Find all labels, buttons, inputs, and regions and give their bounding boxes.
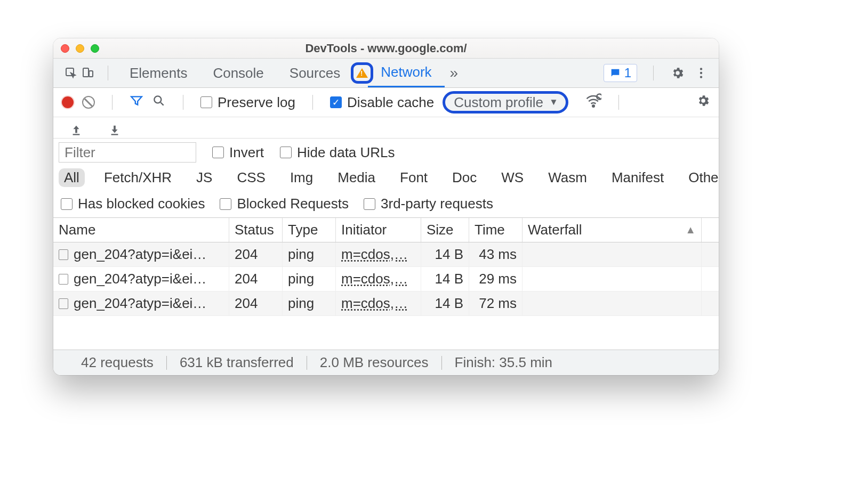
panel-settings-icon[interactable] bbox=[696, 94, 710, 111]
tab-network[interactable]: Network bbox=[368, 59, 444, 87]
preserve-log-option[interactable]: Preserve log bbox=[200, 94, 295, 111]
invert-option[interactable]: Invert bbox=[212, 144, 264, 161]
initiator-link[interactable]: m=cdos,… bbox=[341, 271, 408, 287]
warning-indicator-icon[interactable] bbox=[351, 62, 373, 84]
filter-toggle-icon[interactable] bbox=[130, 94, 143, 111]
issues-icon bbox=[609, 67, 621, 79]
sort-indicator-icon: ▲ bbox=[685, 224, 696, 236]
filter-bar: Invert Hide data URLs bbox=[53, 139, 719, 166]
device-toolbar-icon[interactable] bbox=[80, 65, 96, 81]
issues-chip[interactable]: 1 bbox=[604, 64, 637, 82]
table-row[interactable]: gen_204?atyp=i&ei… 204 ping m=cdos,… 14 … bbox=[53, 267, 719, 291]
clear-button[interactable] bbox=[82, 96, 95, 109]
svg-point-6 bbox=[154, 96, 161, 103]
preserve-log-checkbox[interactable] bbox=[200, 96, 212, 108]
waterfall-cell bbox=[523, 291, 702, 315]
col-time[interactable]: Time bbox=[469, 218, 523, 242]
more-tabs-button[interactable]: » bbox=[445, 59, 464, 87]
col-waterfall[interactable]: Waterfall▲ bbox=[523, 218, 702, 242]
maximize-window-button[interactable] bbox=[91, 44, 99, 53]
devtools-window: DevTools - www.google.com/ Elements Cons… bbox=[53, 38, 719, 375]
file-icon bbox=[59, 298, 68, 309]
divider bbox=[312, 95, 313, 110]
svg-rect-9 bbox=[73, 134, 80, 135]
type-img[interactable]: Img bbox=[285, 168, 318, 187]
disable-cache-option[interactable]: ✓ Disable cache bbox=[330, 94, 434, 111]
type-font[interactable]: Font bbox=[395, 168, 433, 187]
table-row[interactable]: gen_204?atyp=i&ei… 204 ping m=cdos,… 14 … bbox=[53, 242, 719, 267]
col-type[interactable]: Type bbox=[283, 218, 336, 242]
table-row[interactable]: gen_204?atyp=i&ei… 204 ping m=cdos,… 14 … bbox=[53, 291, 719, 316]
initiator-link[interactable]: m=cdos,… bbox=[341, 246, 408, 263]
col-status[interactable]: Status bbox=[229, 218, 283, 242]
issues-count: 1 bbox=[624, 66, 631, 80]
settings-icon[interactable] bbox=[670, 65, 686, 81]
record-button[interactable] bbox=[62, 96, 74, 108]
panel-tabstrip: Elements Console Sources Network » 1 bbox=[53, 59, 719, 88]
file-icon bbox=[59, 274, 68, 285]
hide-data-urls-option[interactable]: Hide data URLs bbox=[280, 144, 395, 161]
close-window-button[interactable] bbox=[61, 44, 69, 53]
svg-point-4 bbox=[700, 72, 702, 74]
window-controls bbox=[61, 44, 99, 53]
waterfall-cell bbox=[523, 267, 702, 291]
requests-table: Name Status Type Initiator Size Time Wat… bbox=[53, 218, 719, 350]
disable-cache-checkbox[interactable]: ✓ bbox=[330, 96, 342, 108]
type-ws[interactable]: WS bbox=[496, 168, 529, 187]
type-media[interactable]: Media bbox=[332, 168, 381, 187]
type-fetch-xhr[interactable]: Fetch/XHR bbox=[99, 168, 177, 187]
resource-type-filter: All Fetch/XHR JS CSS Img Media Font Doc … bbox=[53, 166, 719, 191]
table-body[interactable]: gen_204?atyp=i&ei… 204 ping m=cdos,… 14 … bbox=[53, 242, 719, 350]
har-toolbar bbox=[53, 117, 719, 139]
blocked-cookies-option[interactable]: Has blocked cookies bbox=[61, 196, 205, 212]
import-har-icon[interactable] bbox=[105, 116, 125, 140]
file-icon bbox=[59, 249, 68, 260]
divider bbox=[653, 66, 654, 80]
kebab-menu-icon[interactable] bbox=[693, 65, 709, 81]
svg-rect-1 bbox=[83, 68, 89, 77]
col-size[interactable]: Size bbox=[421, 218, 469, 242]
tab-console[interactable]: Console bbox=[200, 59, 276, 87]
status-resources: 2.0 MB resources bbox=[307, 354, 441, 371]
col-initiator[interactable]: Initiator bbox=[336, 218, 421, 242]
filter-input[interactable] bbox=[59, 142, 196, 163]
status-bar: 42 requests 631 kB transferred 2.0 MB re… bbox=[53, 350, 719, 375]
minimize-window-button[interactable] bbox=[76, 44, 84, 53]
status-transferred: 631 kB transferred bbox=[167, 354, 307, 371]
tab-elements[interactable]: Elements bbox=[117, 59, 200, 87]
tab-sources[interactable]: Sources bbox=[277, 59, 353, 87]
divider bbox=[618, 95, 619, 110]
disable-cache-label: Disable cache bbox=[347, 94, 434, 111]
status-finish: Finish: 35.5 min bbox=[442, 354, 566, 371]
network-toolbar: Preserve log ✓ Disable cache Custom prof… bbox=[53, 88, 719, 117]
svg-rect-2 bbox=[89, 71, 93, 77]
initiator-link[interactable]: m=cdos,… bbox=[341, 295, 408, 312]
type-doc[interactable]: Doc bbox=[447, 168, 482, 187]
blocked-requests-option[interactable]: Blocked Requests bbox=[220, 196, 349, 212]
type-css[interactable]: CSS bbox=[231, 168, 270, 187]
search-icon[interactable] bbox=[152, 94, 166, 111]
chevron-down-icon: ▼ bbox=[549, 97, 558, 108]
status-requests: 42 requests bbox=[68, 354, 166, 371]
preserve-log-label: Preserve log bbox=[218, 94, 295, 111]
type-manifest[interactable]: Manifest bbox=[606, 168, 669, 187]
svg-point-5 bbox=[700, 76, 702, 78]
window-titlebar: DevTools - www.google.com/ bbox=[53, 38, 719, 59]
inspect-element-icon[interactable] bbox=[63, 65, 79, 81]
type-all[interactable]: All bbox=[59, 168, 85, 187]
divider bbox=[112, 95, 112, 110]
extra-filters: Has blocked cookies Blocked Requests 3rd… bbox=[53, 191, 719, 218]
network-conditions-icon[interactable] bbox=[585, 93, 601, 112]
third-party-option[interactable]: 3rd-party requests bbox=[364, 196, 493, 212]
divider bbox=[108, 66, 108, 80]
type-wasm[interactable]: Wasm bbox=[543, 168, 592, 187]
throttling-select[interactable]: Custom profile ▼ bbox=[443, 91, 568, 113]
svg-point-3 bbox=[700, 68, 702, 70]
col-name[interactable]: Name bbox=[53, 218, 229, 242]
table-header: Name Status Type Initiator Size Time Wat… bbox=[53, 218, 719, 242]
svg-rect-10 bbox=[111, 134, 118, 135]
type-js[interactable]: JS bbox=[191, 168, 218, 187]
export-har-icon[interactable] bbox=[66, 116, 86, 140]
window-title: DevTools - www.google.com/ bbox=[53, 42, 719, 55]
type-other[interactable]: Other bbox=[683, 168, 719, 187]
